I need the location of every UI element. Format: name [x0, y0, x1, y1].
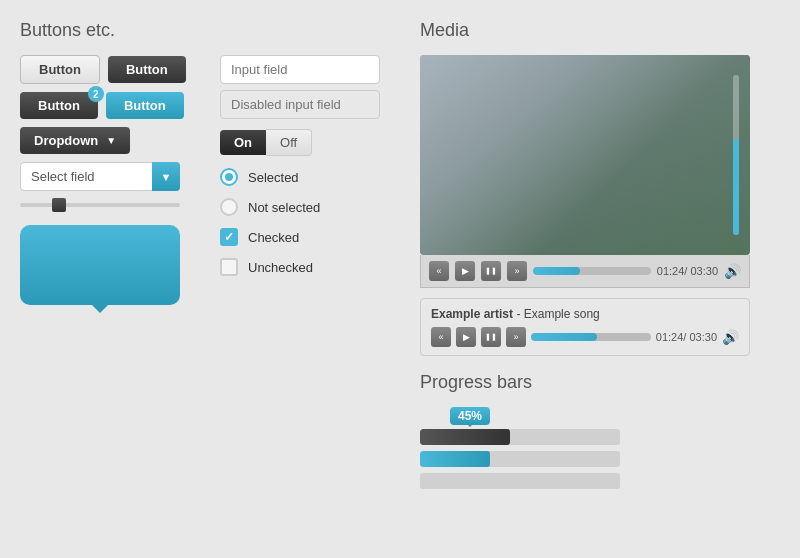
button-1[interactable]: Button — [20, 55, 100, 84]
video-progress-bar[interactable] — [533, 267, 651, 275]
slider-container — [20, 199, 180, 211]
check-mark-icon: ✓ — [224, 230, 234, 244]
checkbox-unchecked[interactable]: Unchecked — [220, 258, 400, 276]
audio-progress-bar[interactable] — [531, 333, 651, 341]
audio-skip-back-button[interactable]: « — [431, 327, 451, 347]
play-button[interactable]: ▶ — [455, 261, 475, 281]
button-row-3: Dropdown ▼ — [20, 127, 200, 154]
audio-pause-button[interactable]: ❚❚ — [481, 327, 501, 347]
checkbox-checked[interactable]: ✓ Checked — [220, 228, 400, 246]
audio-volume-icon[interactable]: 🔊 — [722, 329, 739, 345]
toggle-row: On Off — [220, 129, 400, 156]
volume-fill — [733, 139, 739, 235]
slider-thumb[interactable] — [52, 198, 66, 212]
button-row-2: Button Button — [20, 92, 200, 119]
progress-bar-row-3 — [420, 473, 620, 489]
dropdown-button[interactable]: Dropdown ▼ — [20, 127, 130, 154]
audio-title: Example artist - Example song — [431, 307, 739, 321]
radio-selected-indicator — [220, 168, 238, 186]
radio-selected[interactable]: Selected — [220, 168, 400, 186]
progress-section-title: Progress bars — [420, 372, 780, 393]
inputs-section — [220, 55, 400, 119]
video-overlay — [420, 55, 750, 255]
checkbox-unchecked-label: Unchecked — [248, 260, 313, 275]
disabled-input-field — [220, 90, 380, 119]
checkbox-unchecked-indicator — [220, 258, 238, 276]
progress-bar-track-1 — [420, 429, 620, 445]
progress-bar-fill-blue — [420, 451, 490, 467]
audio-player: Example artist - Example song « ▶ ❚❚ » 0… — [420, 298, 750, 356]
progress-bar-row-2 — [420, 451, 620, 467]
radio-unselected-indicator — [220, 198, 238, 216]
audio-time-label: 01:24/ 03:30 — [656, 331, 717, 343]
checkbox-checked-label: Checked — [248, 230, 299, 245]
radio-inner-dot — [225, 173, 233, 181]
button-row-1: Button Button — [20, 55, 200, 84]
progress-bar-track-2 — [420, 451, 620, 467]
volume-track — [733, 75, 739, 235]
media-section-title: Media — [420, 20, 780, 41]
progress-bars-container: 45% — [420, 407, 620, 489]
audio-song: - Example song — [516, 307, 599, 321]
buttons-section-title: Buttons etc. — [20, 20, 400, 41]
media-section: Media « ▶ ❚❚ » — [420, 20, 780, 356]
audio-progress-fill — [531, 333, 597, 341]
video-progress-fill — [533, 267, 580, 275]
button-4-blue[interactable]: Button — [106, 92, 184, 119]
toggle-off-button[interactable]: Off — [266, 129, 312, 156]
radio-not-selected[interactable]: Not selected — [220, 198, 400, 216]
toggle-on-button[interactable]: On — [220, 130, 266, 155]
audio-controls-row: « ▶ ❚❚ » 01:24/ 03:30 🔊 — [431, 327, 739, 347]
audio-skip-forward-button[interactable]: » — [506, 327, 526, 347]
progress-bar-fill-dark — [420, 429, 510, 445]
radio-selected-label: Selected — [248, 170, 299, 185]
video-controls: « ▶ ❚❚ » 01:24/ 03:30 🔊 — [420, 255, 750, 288]
progress-label-bubble: 45% — [450, 407, 490, 425]
progress-bar-row-1 — [420, 429, 620, 445]
video-thumbnail — [420, 55, 750, 255]
skip-back-button[interactable]: « — [429, 261, 449, 281]
video-time-label: 01:24/ 03:30 — [657, 265, 718, 277]
volume-slider-vertical[interactable] — [730, 75, 742, 235]
dropdown-arrow-icon: ▼ — [106, 135, 116, 146]
progress-section: Progress bars 45% — [420, 372, 780, 489]
skip-forward-button[interactable]: » — [507, 261, 527, 281]
audio-play-button[interactable]: ▶ — [456, 327, 476, 347]
slider-track — [20, 203, 180, 207]
checkbox-checked-indicator: ✓ — [220, 228, 238, 246]
select-wrapper: Select field Selected ▼ — [20, 162, 180, 191]
video-player-wrapper: « ▶ ❚❚ » 01:24/ 03:30 🔊 — [420, 55, 780, 288]
tooltip-bubble — [20, 225, 180, 305]
input-field[interactable] — [220, 55, 380, 84]
radio-not-selected-label: Not selected — [248, 200, 320, 215]
volume-icon[interactable]: 🔊 — [724, 263, 741, 279]
button-2[interactable]: Button — [108, 56, 186, 83]
select-field[interactable]: Select field Selected — [20, 162, 180, 191]
radio-check-section: Selected Not selected ✓ Checked — [220, 168, 400, 276]
progress-bar-track-3 — [420, 473, 620, 489]
pause-button[interactable]: ❚❚ — [481, 261, 501, 281]
button-3-badge[interactable]: Button — [20, 92, 98, 119]
